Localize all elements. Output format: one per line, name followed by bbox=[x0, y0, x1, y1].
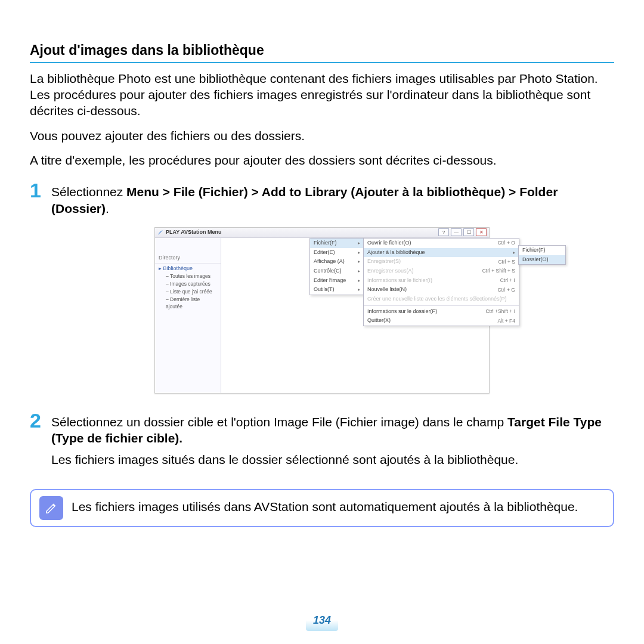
menu2-info-dossier[interactable]: Informations sur le dossier(F)Ctrl +Shif… bbox=[364, 307, 519, 317]
menu1-controle[interactable]: Contrôle(C) bbox=[310, 267, 364, 276]
shortcut-label: Ctrl +Shift + I bbox=[485, 308, 515, 315]
submenu-arrow-icon bbox=[358, 268, 360, 275]
window-minimize-button[interactable]: — bbox=[451, 228, 462, 236]
menu-item-label: Dossier(O) bbox=[522, 256, 562, 264]
section-title: Ajout d'images dans la bibliothèque bbox=[30, 42, 614, 63]
menu-item-label: Fichier(F) bbox=[314, 240, 358, 247]
app-main-area: Fichier(F) Editer(E) Affichage (A) Contr… bbox=[221, 238, 489, 393]
step-1: 1 Sélectionnez Menu > File (Fichier) > A… bbox=[30, 180, 614, 216]
menu2-quitter[interactable]: Quitter(X)Alt + F4 bbox=[364, 316, 519, 326]
submenu-arrow-icon bbox=[358, 277, 360, 284]
window-help-button[interactable]: ? bbox=[438, 228, 449, 236]
menu-item-label: Enregistrer(S) bbox=[367, 258, 498, 265]
sidebar-item[interactable]: – Liste que j'ai créée bbox=[155, 288, 221, 296]
step-2-line2: Les fichiers images situés dans le dossi… bbox=[51, 453, 518, 466]
menu1-editer-image[interactable]: Editer l'image bbox=[310, 276, 364, 286]
menu-item-label: Nouvelle liste(N) bbox=[367, 286, 497, 293]
step-1-prefix: Sélectionnez bbox=[51, 185, 126, 199]
sidebar-root[interactable]: ▸ Bibliothèque bbox=[155, 265, 221, 273]
menu2-ouvrir[interactable]: Ouvrir le fichier(O)Ctrl + O bbox=[364, 239, 519, 248]
menu1-outils[interactable]: Outils(T) bbox=[310, 285, 364, 295]
menu-level-3: Fichier(F) Dossier(O) bbox=[518, 245, 566, 265]
app-title-text: PLAY AVStation Menu bbox=[166, 229, 222, 236]
sidebar-item[interactable]: – Dernière liste ajoutée bbox=[155, 296, 221, 310]
menu-item-label: Editer(E) bbox=[314, 249, 358, 256]
menu2-creer-liste-selection: Créer une nouvelle liste avec les élémen… bbox=[364, 295, 519, 304]
note-text: Les fichiers images utilisés dans AVStat… bbox=[72, 496, 578, 515]
menu2-ajouter-bibliotheque[interactable]: Ajouter à la bibliothèque bbox=[364, 248, 519, 258]
step-1-text: Sélectionnez Menu > File (Fichier) > Add… bbox=[51, 180, 614, 216]
sidebar-item[interactable]: – Images capturées bbox=[155, 280, 221, 288]
menu-item-label: Créer une nouvelle liste avec les élémen… bbox=[367, 296, 516, 303]
window-maximize-button[interactable]: ☐ bbox=[463, 228, 474, 236]
submenu-arrow-icon bbox=[513, 249, 515, 256]
step-1-number: 1 bbox=[30, 180, 45, 200]
intro-paragraph-3: A titre d'exemple, les procédures pour a… bbox=[30, 152, 614, 168]
menu2-enregistrer-sous: Enregistrer sous(A)Ctrl + Shift + S bbox=[364, 267, 519, 276]
menu-item-label: Fichier(F) bbox=[522, 247, 562, 254]
submenu-arrow-icon bbox=[358, 258, 360, 265]
menu-item-label: Enregistrer sous(A) bbox=[367, 268, 482, 275]
menu3-dossier[interactable]: Dossier(O) bbox=[519, 255, 565, 265]
menu-item-label: Outils(T) bbox=[314, 286, 358, 293]
intro-paragraph-1: La bibliothèque Photo est une bibliothèq… bbox=[30, 70, 614, 119]
menu1-affichage[interactable]: Affichage (A) bbox=[310, 257, 364, 267]
sidebar-section-directory: Directory bbox=[155, 253, 221, 264]
shortcut-label: Ctrl + G bbox=[497, 287, 515, 293]
submenu-arrow-icon bbox=[358, 249, 360, 256]
sidebar-item-label: Dernière liste ajoutée bbox=[166, 296, 200, 309]
menu2-info-fichier: Informations sur le fichier(I)Ctrl + I bbox=[364, 276, 519, 286]
menu-level-1: Fichier(F) Editer(E) Affichage (A) Contr… bbox=[309, 238, 364, 295]
app-titlebar: PLAY AVStation Menu ? — ☐ ✕ bbox=[155, 228, 489, 238]
menu-item-label: Ajouter à la bibliothèque bbox=[367, 249, 513, 256]
sidebar-item-label: Liste que j'ai créée bbox=[170, 289, 212, 295]
menu-item-label: Ouvrir le fichier(O) bbox=[367, 240, 497, 247]
app-logo-icon bbox=[157, 230, 163, 236]
menu-item-label: Informations sur le dossier(F) bbox=[367, 308, 485, 315]
menu1-fichier[interactable]: Fichier(F) bbox=[310, 239, 364, 248]
menu-item-label: Editer l'image bbox=[314, 277, 358, 284]
shortcut-label: Ctrl + O bbox=[497, 240, 515, 246]
menu-separator bbox=[364, 305, 519, 306]
menu1-editer[interactable]: Editer(E) bbox=[310, 248, 364, 258]
step-1-suffix: . bbox=[106, 202, 109, 215]
menu3-fichier[interactable]: Fichier(F) bbox=[519, 246, 565, 255]
note-box: Les fichiers images utilisés dans AVStat… bbox=[30, 489, 614, 527]
intro-paragraph-2: Vous pouvez ajouter des fichiers ou des … bbox=[30, 128, 614, 144]
sidebar-item-label: Images capturées bbox=[170, 281, 210, 287]
menu-item-label: Contrôle(C) bbox=[314, 268, 358, 275]
note-pencil-icon bbox=[39, 496, 63, 520]
sidebar-item-label: Toutes les images bbox=[170, 273, 210, 279]
window-close-button[interactable]: ✕ bbox=[476, 228, 487, 236]
shortcut-label: Ctrl + S bbox=[498, 259, 515, 265]
step-2-number: 2 bbox=[30, 410, 45, 431]
menu-item-label: Quitter(X) bbox=[367, 317, 497, 324]
step-2-line1: Sélectionnez un dossier cible et l'optio… bbox=[51, 415, 507, 429]
shortcut-label: Ctrl + I bbox=[500, 277, 515, 284]
step-2: 2 Sélectionnez un dossier cible et l'opt… bbox=[30, 410, 614, 467]
menu-item-label: Informations sur le fichier(I) bbox=[367, 277, 500, 284]
page-number: 134 bbox=[306, 609, 338, 631]
submenu-arrow-icon bbox=[358, 240, 360, 247]
menu-level-2: Ouvrir le fichier(O)Ctrl + O Ajouter à l… bbox=[363, 238, 519, 326]
menu-item-label: Affichage (A) bbox=[314, 258, 358, 265]
sidebar-root-label: Bibliothèque bbox=[163, 265, 193, 271]
sidebar-item[interactable]: – Toutes les images bbox=[155, 273, 221, 280]
submenu-arrow-icon bbox=[358, 286, 360, 293]
menu2-enregistrer: Enregistrer(S)Ctrl + S bbox=[364, 257, 519, 267]
shortcut-label: Alt + F4 bbox=[497, 318, 515, 324]
menu2-nouvelle-liste[interactable]: Nouvelle liste(N)Ctrl + G bbox=[364, 285, 519, 295]
shortcut-label: Ctrl + Shift + S bbox=[482, 268, 515, 274]
step-1-bold: Menu > File (Fichier) > Add to Library (… bbox=[51, 185, 558, 215]
app-screenshot: PLAY AVStation Menu ? — ☐ ✕ Directory ▸ … bbox=[154, 227, 490, 394]
app-sidebar: Directory ▸ Bibliothèque – Toutes les im… bbox=[155, 238, 221, 393]
